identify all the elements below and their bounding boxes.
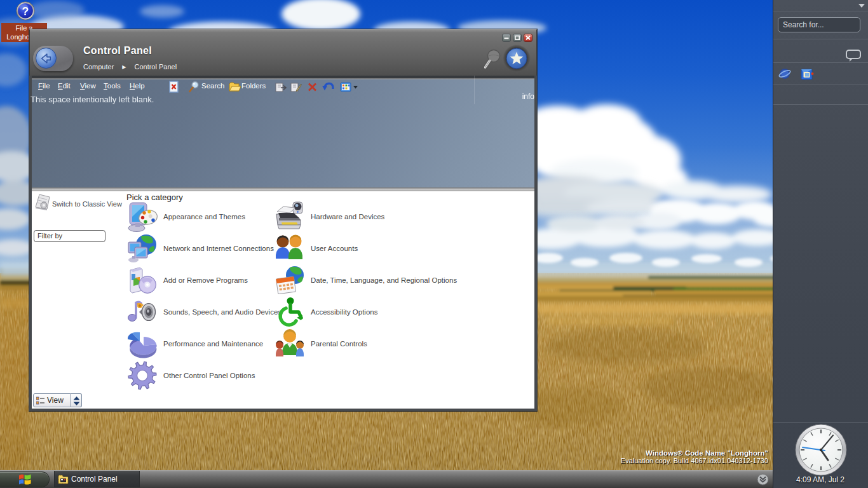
svg-text:?: ?: [22, 5, 29, 18]
